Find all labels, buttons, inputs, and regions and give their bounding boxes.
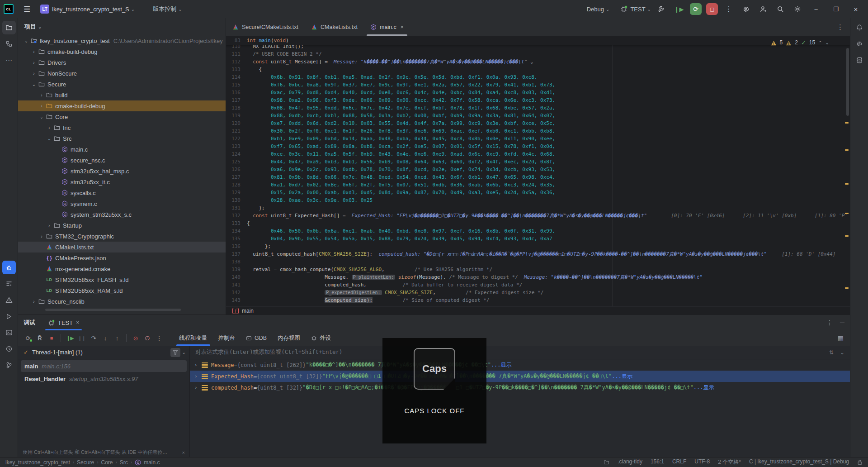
structure-toolwindow-icon[interactable] bbox=[2, 37, 16, 51]
main-menu-icon[interactable]: ☰ bbox=[20, 5, 34, 14]
restore-button[interactable]: ❐ bbox=[828, 2, 844, 16]
kebab-icon[interactable]: ⋮ bbox=[826, 319, 833, 326]
code-line-142[interactable]: 142 P_expectedDigestLen: CMOX_SHA256_SIZ… bbox=[226, 289, 850, 296]
history-icon[interactable]: ⇅ bbox=[829, 349, 834, 356]
hide-panel-icon[interactable]: ─ bbox=[840, 319, 844, 326]
code-line-131[interactable]: 131 }; bbox=[226, 204, 850, 212]
chevron-right-icon[interactable]: › bbox=[194, 362, 202, 368]
problems-toolwindow-icon[interactable] bbox=[2, 293, 16, 307]
variable-Message[interactable]: ›Message = {const uint8_t [262]} "k����□… bbox=[190, 359, 850, 371]
mute-breakpoints-icon[interactable]: ⊘ bbox=[130, 333, 141, 343]
code-line-137[interactable]: 137 uint8_t computed_hash[CMOX_SHA256_SI… bbox=[226, 250, 850, 258]
chevron-down-icon[interactable]: ⌄ bbox=[38, 114, 45, 119]
debug-run-icon[interactable]: ❙▶ bbox=[673, 3, 685, 15]
stop-process-button[interactable]: ■ bbox=[46, 333, 57, 343]
thread-selector[interactable]: ✓ Thread-1-[main] (1) ⌄ bbox=[18, 346, 189, 359]
gear-icon[interactable] bbox=[791, 3, 804, 15]
reset-button[interactable]: R̄ bbox=[34, 333, 45, 343]
prev-problem-icon[interactable]: ⌃ bbox=[818, 39, 822, 47]
ai-assistant-icon[interactable] bbox=[740, 3, 752, 15]
services-toolwindow-icon[interactable] bbox=[2, 277, 16, 291]
debug-tab-线程和变量[interactable]: 线程和变量 bbox=[174, 330, 213, 346]
watch-input[interactable]: 对表达式求值(Enter)或添加监视(Ctrl+Shift+Enter) ⇅ ⌄ bbox=[190, 346, 850, 359]
more-toolwindows-icon[interactable]: ⋯ bbox=[2, 53, 16, 67]
code-line-130[interactable]: 130 0x28, 0xae, 0x3c, 0x9e, 0x03, 0x25 bbox=[226, 196, 850, 204]
lock-icon[interactable] bbox=[857, 459, 863, 465]
step-over-icon[interactable]: ↷ bbox=[88, 333, 99, 343]
status-item[interactable]: .clang-tidy bbox=[618, 458, 642, 466]
chevron-right-icon[interactable]: › bbox=[194, 385, 202, 391]
chevron-right-icon[interactable]: › bbox=[46, 223, 53, 228]
code-line-111[interactable]: 111 /* USER CODE BEGIN 2 */ bbox=[226, 50, 850, 58]
tree-item-lkey_trustzone_crypto_test[interactable]: ⌄lkey_trustzone_crypto_testC:\Users\Admi… bbox=[18, 35, 226, 46]
frame-Reset_Handler[interactable]: Reset_Handlerstartup_stm32u585xx.s:97 bbox=[21, 373, 187, 385]
project-panel-header[interactable]: 项目⌄ bbox=[18, 18, 226, 35]
code-line-122[interactable]: 122 0xb1, 0xe9, 0x09, 0xbd, 0x14, 0xaa, … bbox=[226, 135, 850, 143]
code-line-83[interactable]: 83int main(void) bbox=[226, 37, 289, 44]
editor-scrollbar[interactable] bbox=[846, 48, 849, 116]
tree-item-cmake-build-debug[interactable]: ›cmake-build-debug bbox=[18, 100, 226, 111]
chevron-right-icon[interactable]: › bbox=[38, 104, 45, 109]
debug-tab-外设[interactable]: 外设 bbox=[306, 330, 336, 346]
kebab-icon[interactable]: ⋮ bbox=[837, 23, 850, 31]
code-line-114[interactable]: 114 0x6b, 0x91, 0x8f, 0xb1, 0xa5, 0xad, … bbox=[226, 73, 850, 81]
tree-item-Secure[interactable]: ⌄Secure bbox=[18, 79, 226, 90]
tree-item-STM32_Cryptographic[interactable]: ›STM32_Cryptographic bbox=[18, 231, 226, 242]
database-toolwindow-icon[interactable] bbox=[853, 53, 866, 67]
code-line-134[interactable]: 134 0x46, 0x50, 0x0b, 0x6a, 0xe1, 0xab, … bbox=[226, 227, 850, 235]
code-line-136[interactable]: 136 }; bbox=[226, 243, 850, 250]
code-line-128[interactable]: 128 0xa1, 0xd7, 0x02, 0x8e, 0x6f, 0x2f, … bbox=[226, 181, 850, 189]
chevron-down-icon[interactable]: ⌄ bbox=[46, 136, 53, 141]
tree-item-STM32U585xx_FLASH_s.ld[interactable]: LDSTM32U585xx_FLASH_s.ld bbox=[18, 274, 226, 285]
status-crumb-Src[interactable]: Src bbox=[120, 459, 128, 466]
view-breakpoints-icon[interactable]: ∅ bbox=[142, 333, 153, 343]
code-line-113[interactable]: 113 { bbox=[226, 66, 850, 73]
close-button[interactable]: × bbox=[848, 2, 863, 16]
close-icon[interactable]: × bbox=[76, 319, 79, 326]
code-line-133[interactable]: 133{ bbox=[226, 219, 850, 227]
status-item[interactable]: UTF-8 bbox=[694, 458, 710, 466]
layout-settings-icon[interactable]: ▦ bbox=[838, 334, 850, 342]
step-into-icon[interactable]: ↓ bbox=[100, 333, 111, 343]
code-area[interactable]: 110 MX_ICACHE_Init();111 /* USER CODE BE… bbox=[226, 36, 850, 306]
tree-item-syscalls.c[interactable]: Csyscalls.c bbox=[18, 187, 226, 198]
tree-item-CMakePresets.json[interactable]: { }CMakePresets.json bbox=[18, 253, 226, 263]
rerun-button[interactable]: ⟳ bbox=[23, 333, 33, 343]
tree-item-Inc[interactable]: ›Inc bbox=[18, 122, 226, 133]
notifications-bell-icon[interactable] bbox=[853, 21, 866, 34]
status-breadcrumbs[interactable]: lkey_trustzone_crypto_test›Secure›Core›S… bbox=[5, 459, 160, 466]
close-icon[interactable]: × bbox=[401, 24, 404, 30]
tree-item-mx-generated.cmake[interactable]: mx-generated.cmake bbox=[18, 263, 226, 274]
status-item[interactable]: 2 个空格* bbox=[718, 458, 741, 466]
code-line-123[interactable]: 123 0xf7, 0x65, 0xad, 0x89, 0x8a, 0xb8, … bbox=[226, 143, 850, 150]
code-line-118[interactable]: 118 0x08, 0x4f, 0x95, 0xdd, 0x6c, 0x7c, … bbox=[226, 104, 850, 112]
tree-item-build[interactable]: ›build bbox=[18, 90, 226, 100]
debug-tab-GDB[interactable]: GDB bbox=[241, 330, 272, 346]
horizontal-scrollbar[interactable] bbox=[45, 309, 181, 311]
tree-item-Startup[interactable]: ›Startup bbox=[18, 220, 226, 231]
chevron-right-icon[interactable]: › bbox=[38, 234, 45, 239]
kebab-icon[interactable]: ⋮ bbox=[722, 3, 735, 15]
code-line-127[interactable]: 127 0x81, 0x9b, 0x8d, 0x66, 0x7c, 0x48, … bbox=[226, 173, 850, 181]
debug-tab-控制台[interactable]: 控制台 bbox=[213, 330, 241, 346]
code-line-141[interactable]: 141 computed_hash, /* Data buffer to rec… bbox=[226, 281, 850, 289]
show-more-link[interactable]: ...显示 bbox=[693, 384, 714, 391]
variable-Expected_Hash[interactable]: ›Expected_Hash = {const uint8_t [32]} "F… bbox=[190, 371, 850, 382]
project-selector[interactable]: LT lkey_trustzone_crypto_test_S ⌄ bbox=[40, 5, 135, 14]
chevron-right-icon[interactable]: › bbox=[30, 71, 38, 76]
kebab-icon[interactable]: ⋮ bbox=[154, 333, 165, 343]
debug-tab-内存视图[interactable]: 内存视图 bbox=[272, 330, 306, 346]
frame-main[interactable]: mainmain.c:156 bbox=[21, 360, 187, 372]
build-hammer-icon[interactable] bbox=[656, 3, 668, 15]
status-crumb-Core[interactable]: Core bbox=[101, 459, 113, 466]
tree-item-Drivers[interactable]: ›Drivers bbox=[18, 57, 226, 68]
tree-item-Src[interactable]: ⌄Src bbox=[18, 133, 226, 144]
inspections-widget[interactable]: 5 2 ✓ 15 ⌃ ⌄ bbox=[771, 39, 829, 47]
status-crumb-Secure[interactable]: Secure bbox=[77, 459, 94, 466]
code-line-112[interactable]: 112 const uint8_t Message[] = Message: "… bbox=[226, 58, 850, 66]
code-line-140[interactable]: 140 Message, P_plaintextLen: sizeof(Mess… bbox=[226, 273, 850, 281]
code-line-129[interactable]: 129 0x15, 0x2a, 0x00, 0xab, 0xd3, 0xd5, … bbox=[226, 189, 850, 196]
filter-icon[interactable] bbox=[170, 348, 180, 357]
code-line-117[interactable]: 117 0x98, 0xa2, 0x96, 0xf3, 0xde, 0x06, … bbox=[226, 96, 850, 104]
status-item[interactable]: 156:1 bbox=[651, 458, 664, 466]
